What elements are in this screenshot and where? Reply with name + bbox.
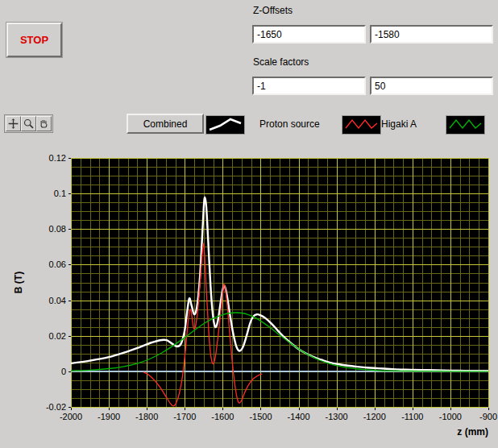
svg-text:-1000: -1000 (439, 412, 462, 421)
svg-text:-1500: -1500 (249, 412, 272, 421)
svg-text:0.08: 0.08 (49, 224, 66, 234)
scale-factor-input-2[interactable] (370, 77, 493, 95)
scale-factor-input-1[interactable] (252, 77, 366, 95)
stop-button[interactable]: STOP (6, 23, 62, 57)
svg-text:-1600: -1600 (211, 412, 234, 421)
svg-text:-900: -900 (479, 412, 497, 421)
x-axis-title: z (mm) (457, 426, 488, 438)
front-panel: STOP Z-Offsets Scale factors Combined (0, 0, 498, 448)
cursor-move-tool-button[interactable] (6, 116, 21, 131)
legend-sample-combined[interactable] (205, 115, 245, 135)
scale-factors-label: Scale factors (253, 56, 309, 68)
svg-text:-1700: -1700 (173, 412, 196, 421)
svg-text:-1800: -1800 (135, 412, 158, 421)
proton-source-line-sample-icon (342, 116, 380, 134)
legend-sample-higaki-a[interactable] (446, 115, 485, 135)
graph-tool-palette (4, 114, 53, 133)
xy-graph-plot-area[interactable]: -0.0200.020.040.060.080.10.12-2000-1900-… (0, 133, 498, 448)
higaki-a-line-sample-icon (446, 116, 484, 134)
svg-text:-1400: -1400 (287, 412, 309, 421)
legend-sample-proton-source[interactable] (342, 115, 381, 135)
pan-tool-button[interactable] (36, 116, 52, 131)
svg-text:0.06: 0.06 (49, 259, 66, 269)
zoom-tool-button[interactable] (21, 116, 36, 131)
x-axis-tick-labels: -2000-1900-1800-1700-1600-1500-1400-1300… (60, 412, 497, 421)
magnifier-icon (23, 118, 35, 130)
svg-text:-1300: -1300 (326, 412, 348, 421)
y-axis-tick-labels: -0.0200.020.040.060.080.10.12 (46, 153, 66, 412)
legend-label-combined: Combined (143, 118, 188, 130)
crosshair-icon (7, 118, 19, 130)
svg-text:-2000: -2000 (60, 412, 82, 421)
svg-text:0.12: 0.12 (49, 153, 66, 163)
svg-text:0.04: 0.04 (49, 296, 66, 305)
svg-text:-1200: -1200 (363, 412, 386, 421)
z-offsets-label: Z-Offsets (253, 5, 293, 16)
legend-item-higaki-a[interactable]: Higaki A (381, 118, 417, 130)
svg-text:-1100: -1100 (401, 412, 423, 421)
svg-text:0: 0 (61, 367, 66, 376)
legend-item-combined[interactable]: Combined (127, 114, 204, 134)
svg-text:0.1: 0.1 (54, 189, 66, 198)
svg-text:-0.02: -0.02 (46, 402, 66, 412)
y-axis-title: B (T) (13, 272, 24, 293)
legend-item-proton-source[interactable]: Proton source (259, 118, 320, 130)
svg-text:-1900: -1900 (98, 412, 120, 421)
hand-icon (38, 118, 50, 130)
svg-text:0.02: 0.02 (49, 331, 66, 341)
combined-line-sample-icon (206, 116, 244, 134)
z-offset-input-2[interactable] (370, 25, 493, 44)
z-offset-input-1[interactable] (252, 25, 366, 44)
